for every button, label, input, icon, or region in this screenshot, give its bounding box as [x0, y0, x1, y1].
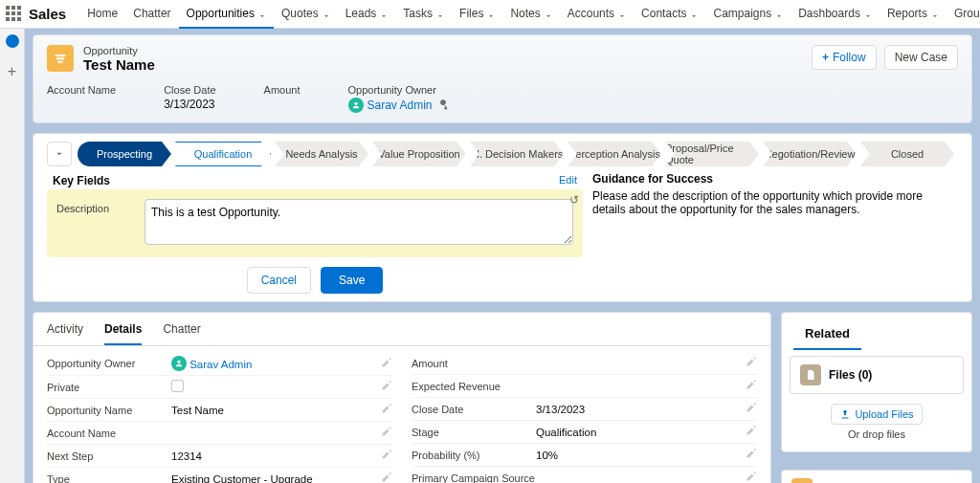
detail-label: Opportunity Owner	[47, 358, 171, 369]
utility-indicator-icon[interactable]	[6, 34, 19, 48]
detail-row: Next Step12314	[47, 445, 392, 468]
nav-groups[interactable]: Groups	[947, 0, 980, 29]
pencil-icon[interactable]	[746, 448, 757, 462]
tab-activity[interactable]: Activity	[47, 322, 83, 345]
upload-files-button[interactable]: Upload Files	[831, 404, 922, 425]
pencil-icon[interactable]	[746, 379, 757, 393]
stage-proposal-price-quote[interactable]: Proposal/Price Quote	[665, 142, 759, 166]
pencil-icon[interactable]	[746, 425, 757, 439]
chevron-down-icon	[258, 10, 266, 17]
app-name: Sales	[29, 6, 66, 22]
stage-value-proposition[interactable]: Value Proposition	[372, 142, 466, 166]
nav-tasks[interactable]: Tasks	[395, 0, 452, 29]
chevron-down-icon	[690, 10, 698, 17]
detail-value: Qualification	[536, 427, 746, 438]
nav-contacts[interactable]: Contacts	[634, 0, 705, 29]
detail-label: Opportunity Name	[47, 405, 171, 416]
chevron-down-icon	[545, 10, 552, 17]
upload-icon	[839, 408, 851, 420]
key-fields-title: Key Fields	[53, 174, 110, 187]
detail-label: Primary Campaign Source	[412, 472, 536, 484]
stage-prospecting[interactable]: Prospecting	[78, 142, 171, 166]
chevron-down-icon	[380, 10, 388, 17]
description-label: Description	[56, 199, 125, 248]
detail-label: Probability (%)	[412, 450, 536, 461]
pencil-icon[interactable]	[746, 471, 757, 483]
chevron-down-icon	[775, 10, 783, 17]
utility-add-icon[interactable]: +	[8, 63, 16, 80]
new-case-button[interactable]: New Case	[884, 45, 958, 70]
pencil-icon[interactable]	[746, 356, 757, 370]
pencil-icon[interactable]	[381, 426, 392, 440]
save-button[interactable]: Save	[321, 267, 383, 294]
files-title[interactable]: Files (0)	[829, 368, 953, 382]
account-name-label: Account Name	[47, 84, 116, 96]
description-input[interactable]	[145, 199, 573, 245]
global-nav: Sales HomeChatterOpportunitiesQuotesLead…	[0, 0, 980, 29]
chevron-down-icon	[618, 10, 626, 17]
svg-point-1	[177, 361, 180, 363]
tab-chatter[interactable]: Chatter	[163, 322, 200, 345]
stage-needs-analysis[interactable]: Needs Analysis	[275, 142, 368, 166]
detail-label: Close Date	[412, 404, 536, 415]
detail-label: Account Name	[47, 428, 171, 439]
detail-value: Existing Customer - Upgrade	[171, 473, 381, 484]
nav-leads[interactable]: Leads	[338, 0, 396, 29]
nav-reports[interactable]: Reports	[880, 0, 947, 29]
nav-accounts[interactable]: Accounts	[560, 0, 634, 29]
owner-link[interactable]: Sarav Admin	[368, 99, 433, 112]
close-date-value: 3/13/2023	[164, 98, 215, 111]
detail-value: Sarav Admin	[171, 356, 381, 371]
stage-id-decision-makers[interactable]: Id. Decision Makers	[470, 142, 564, 166]
nav-items: HomeChatterOpportunitiesQuotesLeadsTasks…	[79, 0, 980, 29]
opportunity-icon	[47, 45, 74, 72]
stage-negotiation-review[interactable]: Negotiation/Review	[763, 142, 857, 166]
cancel-button[interactable]: Cancel	[247, 267, 311, 294]
related-header: Related	[793, 318, 861, 350]
detail-row: Account Name	[47, 422, 392, 445]
stage-perception-analysis[interactable]: Perception Analysis	[568, 142, 661, 166]
nav-files[interactable]: Files	[452, 0, 502, 29]
owner-link[interactable]: Sarav Admin	[189, 359, 252, 370]
change-owner-icon[interactable]	[436, 99, 450, 112]
nav-quotes[interactable]: Quotes	[274, 0, 338, 29]
stage-closed[interactable]: Closed	[860, 142, 954, 166]
key-fields-edit[interactable]: Edit	[559, 174, 577, 187]
path-toggle-button[interactable]	[47, 142, 72, 166]
nav-opportunities[interactable]: Opportunities	[179, 0, 274, 29]
detail-label: Private	[47, 382, 171, 393]
nav-notes[interactable]: Notes	[502, 0, 559, 29]
pencil-icon[interactable]	[381, 403, 392, 417]
detail-row: Opportunity NameTest Name	[47, 399, 392, 422]
path-stages: ProspectingQualificationNeeds AnalysisVa…	[78, 142, 958, 166]
undo-icon[interactable]: ↺	[569, 193, 579, 207]
detail-label: Stage	[412, 427, 536, 438]
guidance-title: Guidance for Success	[592, 172, 948, 186]
detail-row: Opportunity Owner Sarav Admin	[47, 352, 392, 376]
app-launcher-icon[interactable]	[6, 6, 21, 23]
nav-home[interactable]: Home	[79, 0, 125, 29]
follow-button[interactable]: + Follow	[812, 45, 877, 70]
nav-chatter[interactable]: Chatter	[125, 0, 178, 29]
detail-value: 3/13/2023	[536, 404, 746, 415]
campaign-influence-item[interactable]: Campaign Influence (0)	[781, 470, 972, 483]
nav-campaigns[interactable]: Campaigns	[705, 0, 791, 29]
avatar-icon	[171, 356, 187, 371]
pencil-icon[interactable]	[746, 402, 757, 416]
chevron-down-icon	[487, 10, 495, 17]
detail-value	[171, 380, 381, 394]
detail-label: Expected Revenue	[412, 381, 536, 392]
pencil-icon[interactable]	[381, 357, 392, 371]
detail-row: Private	[47, 376, 392, 399]
header-actions: + Follow New Case	[812, 45, 958, 70]
pencil-icon[interactable]	[381, 380, 392, 394]
tab-details[interactable]: Details	[104, 322, 142, 345]
chevron-down-icon	[436, 10, 444, 17]
nav-dashboards[interactable]: Dashboards	[791, 0, 880, 29]
checkbox[interactable]	[171, 380, 184, 392]
detail-row: Amount	[412, 352, 757, 375]
pencil-icon[interactable]	[381, 449, 392, 463]
stage-qualification[interactable]: Qualification	[175, 142, 271, 166]
pencil-icon[interactable]	[381, 472, 392, 483]
drop-files-text: Or drop files	[788, 428, 966, 440]
